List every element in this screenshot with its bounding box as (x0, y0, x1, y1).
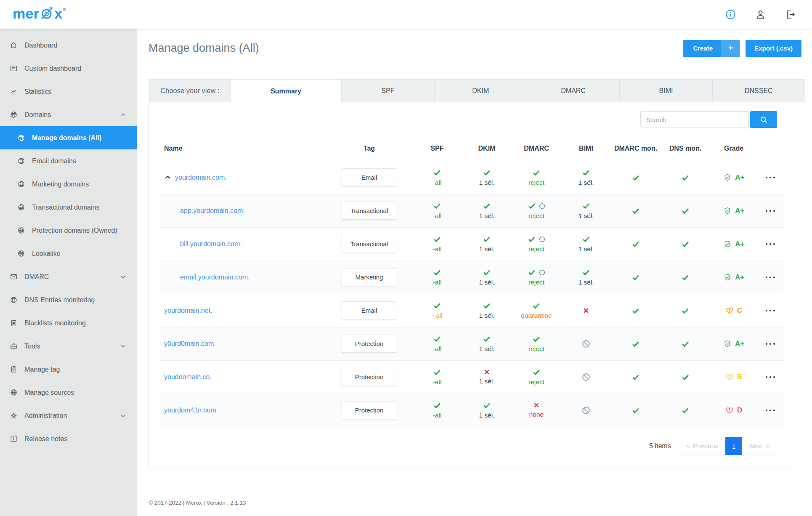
globe-icon (10, 388, 18, 396)
sidebar-item-tools[interactable]: Tools (0, 335, 137, 358)
sidebar-item-dashboard[interactable]: Dashboard (0, 34, 137, 57)
logout-icon[interactable] (785, 9, 796, 20)
chevron-down-icon (119, 412, 127, 419)
dmarc-cell: reject (512, 327, 561, 360)
search-icon (759, 115, 768, 124)
domain-link[interactable]: y0urd0main.com. (164, 340, 216, 348)
sidebar-item-transactional-domains[interactable]: Transactional domains (0, 196, 137, 219)
sidebar-item-protection-domains-owned[interactable]: Protection domains (Owned) (0, 219, 137, 242)
grade-letter: A+ (735, 173, 744, 181)
tab-dmarc[interactable]: DMARC (527, 79, 620, 102)
table-row: yourdom41n.com. Protection -all 1 sél. n… (159, 394, 783, 427)
status-label: 1 sél. (479, 279, 494, 286)
chevron-up-icon (119, 111, 127, 118)
tab-spf[interactable]: SPF (341, 79, 434, 102)
tag-cell: Protection (326, 394, 412, 427)
sidebar-item-marketing-domains[interactable]: Marketing domains (0, 173, 137, 196)
status-label: 1 sél. (578, 245, 594, 253)
sidebar-item-dmarc[interactable]: DMARC (0, 265, 137, 288)
row-menu-button[interactable] (763, 370, 778, 383)
sidebar-item-domains[interactable]: Domains (0, 103, 137, 126)
grade-letter: A+ (735, 340, 744, 348)
current-page-button[interactable]: 1 (725, 437, 742, 455)
check-icon (483, 301, 491, 310)
clipboard-icon (10, 319, 18, 327)
name-cell: y0urd0main.com. (159, 327, 326, 360)
sidebar-item-label: Administration (24, 412, 67, 420)
spf-cell: -all (412, 360, 462, 394)
row-menu-button[interactable] (763, 304, 778, 317)
domain-link[interactable]: email.yourdomain.com. (180, 274, 249, 281)
grade-letter: B (737, 373, 742, 381)
create-button[interactable]: Create + (683, 40, 740, 57)
domain-link[interactable]: yourdom41n.com. (164, 407, 218, 414)
tab-label: DMARC (561, 87, 586, 95)
tab-summary[interactable]: Summary (230, 79, 342, 103)
check-icon (632, 173, 640, 182)
sidebar-item-label: Custom dashboard (24, 65, 81, 72)
mail-icon (10, 273, 18, 281)
sidebar-item-manage-sources[interactable]: Manage sources (0, 381, 137, 404)
check-icon (528, 268, 536, 277)
dmarc-mon-cell (611, 227, 661, 261)
search-button[interactable] (750, 111, 777, 128)
check-icon (433, 368, 441, 376)
tab-bimi[interactable]: BIMI (619, 79, 712, 102)
collapse-chevron-icon[interactable] (164, 174, 171, 181)
domain-link[interactable]: app.yourdomain.com. (180, 207, 245, 215)
check-icon (532, 368, 541, 376)
tag-badge: Protection (342, 368, 397, 386)
grade-letter: A+ (735, 207, 744, 215)
sidebar-item-manage-domains-all[interactable]: Manage domains (All) (0, 126, 137, 149)
dmarc-cell: reject (512, 194, 561, 227)
search-input[interactable] (640, 111, 749, 128)
statistics-icon (10, 88, 18, 96)
dkim-cell: 1 sél. (462, 227, 512, 261)
domain-link[interactable]: yourdomain.net. (164, 307, 212, 314)
toolbox-icon (10, 342, 18, 350)
domain-link[interactable]: yourdomain.com. (175, 174, 227, 181)
sidebar-item-statistics[interactable]: Statistics (0, 80, 137, 103)
chevron-right-icon: > (766, 442, 770, 450)
row-menu-button[interactable] (763, 171, 778, 184)
check-icon (582, 168, 590, 177)
user-icon[interactable] (755, 9, 766, 20)
sidebar-item-label: Marketing domains (32, 181, 89, 188)
domain-link[interactable]: youdoomain.co. (164, 373, 212, 381)
sidebar-item-manage-tag[interactable]: Manage tag (0, 358, 137, 381)
merox-logo[interactable]: mer x ® (13, 6, 66, 23)
shield-check-icon (723, 207, 732, 215)
table-row: yourdomain.com. Email -all 1 sél. reject… (159, 161, 783, 194)
next-page-button[interactable]: Next > (742, 437, 777, 455)
sidebar-item-release-notes[interactable]: Release notes (0, 427, 137, 450)
previous-page-button[interactable]: < Previous (679, 437, 725, 455)
grade-cell: A+ (710, 161, 757, 194)
domain-link[interactable]: bill.yourdomain.com. (180, 240, 242, 248)
check-icon (532, 168, 541, 177)
sidebar-item-email-domains[interactable]: Email domains (0, 149, 137, 173)
tab-dnssec[interactable]: DNSSEC (712, 79, 805, 102)
row-menu-button[interactable] (763, 404, 778, 417)
status-label: reject (528, 279, 544, 286)
name-cell: app.yourdomain.com. (159, 194, 326, 227)
tab-dkim[interactable]: DKIM (434, 79, 527, 102)
sidebar-item-dns-entries-monitoring[interactable]: DNS Entries monitoring (0, 288, 137, 311)
sidebar-item-lookalike[interactable]: Lookalike (0, 242, 137, 265)
sidebar-item-blacklists-monitoring[interactable]: Blacklists monitoring (0, 311, 137, 335)
row-menu-button[interactable] (763, 271, 778, 284)
tag-badge: Protection (342, 401, 397, 419)
sidebar-item-custom-dashboard[interactable]: Custom dashboard (0, 57, 137, 80)
check-icon (483, 401, 491, 410)
row-menu-button[interactable] (763, 237, 778, 250)
row-menu-button[interactable] (763, 204, 778, 217)
column-header-spf: SPF (412, 134, 462, 161)
row-menu-button[interactable] (763, 337, 778, 350)
check-icon (433, 268, 441, 277)
sidebar-item-administration[interactable]: Administration (0, 404, 137, 427)
status-label: reject (528, 345, 544, 353)
status-label: 1 sél. (578, 179, 594, 186)
info-circle-icon[interactable] (725, 9, 736, 20)
dmarc-cell: reject (512, 161, 561, 194)
tag-cell: Protection (326, 360, 412, 394)
export-csv-button[interactable]: Export (.csv) (746, 40, 801, 57)
